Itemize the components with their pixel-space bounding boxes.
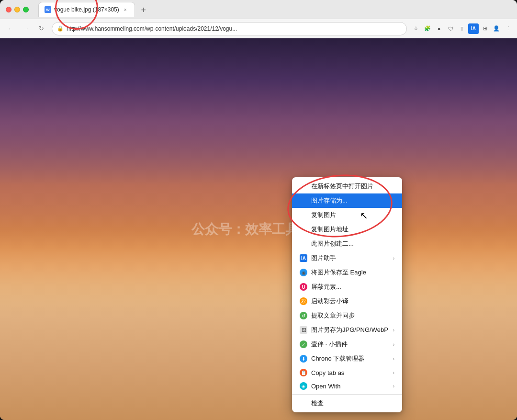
ur-label: 屏蔽元素... — [311, 283, 394, 291]
bookmark-icon[interactable]: ☆ — [411, 23, 421, 34]
back-button[interactable]: ← — [4, 22, 17, 35]
new-tab-button[interactable]: + — [137, 4, 150, 17]
extract-label: 提取文章并同步 — [311, 311, 394, 320]
extract-icon: ↺ — [300, 312, 307, 319]
user-icon[interactable]: 👤 — [491, 23, 502, 34]
page-background: 公众号：效率工具指南 在新标签页中打开图片图片存储为...复制图片复制图片地址此… — [0, 38, 517, 420]
toolbar-icons: ☆ 🧩 ● 🛡 T IA ⊞ 👤 ⋮ — [411, 23, 513, 34]
translate-icon[interactable]: T — [457, 23, 467, 34]
menu-item-extract[interactable]: ↺提取文章并同步 — [292, 308, 402, 323]
yiqi-arrow: › — [393, 342, 394, 347]
menu-item-save-jpg[interactable]: 🖼图片另存为JPG/PNG/WebP› — [292, 323, 402, 337]
content-area: 公众号：效率工具指南 在新标签页中打开图片图片存储为...复制图片复制图片地址此… — [0, 38, 517, 420]
lock-icon: 🔒 — [57, 25, 64, 32]
menu-item-image-helper[interactable]: IA图片助手› — [292, 251, 402, 265]
context-menu: 在新标签页中打开图片图片存储为...复制图片复制图片地址此图片创建二...IA图… — [292, 177, 402, 412]
address-bar[interactable]: 🔒 http://www.hansommeling.com/wp-content… — [52, 22, 407, 35]
chrome-icon[interactable]: ● — [434, 23, 444, 34]
ground-overlay — [0, 248, 517, 420]
extensions-icon[interactable]: 🧩 — [422, 23, 433, 34]
save-jpg-icon: 🖼 — [300, 326, 307, 334]
maximize-button[interactable] — [23, 7, 29, 12]
ur-icon: U — [300, 283, 307, 291]
chrono-label: Chrono 下载管理器 — [311, 354, 389, 363]
yiqi-icon: ✓ — [300, 341, 307, 348]
inspect-icon — [300, 399, 307, 407]
menu-item-yiqi[interactable]: ✓壹伴 · 小插件› — [292, 337, 402, 352]
menu-item-copy-tab[interactable]: 📋Copy tab as› — [292, 366, 402, 379]
save-jpg-label: 图片另存为JPG/PNG/WebP — [311, 326, 389, 334]
tab-title: vogue bike.jpg (187×305) — [54, 6, 119, 13]
ia-toolbar-icon[interactable]: IA — [468, 23, 479, 34]
shield-icon[interactable]: 🛡 — [445, 23, 456, 34]
menu-item-open-with[interactable]: ◈Open With› — [292, 379, 402, 393]
copy-tab-label: Copy tab as — [311, 369, 389, 376]
copy-image-url-label: 复制图片地址 — [311, 225, 394, 234]
eagle-label: 将图片保存至 Eagle — [311, 268, 394, 277]
menu-item-save-image[interactable]: 图片存储为... — [292, 193, 402, 208]
tab-favicon: W — [45, 6, 51, 13]
toolbar: ← → ↻ 🔒 http://www.hansommeling.com/wp-c… — [0, 19, 517, 38]
menu-item-open-in-tab[interactable]: 在新标签页中打开图片 — [292, 179, 402, 193]
image-helper-label: 图片助手 — [311, 254, 389, 262]
forward-button[interactable]: → — [19, 22, 33, 35]
menu-item-copy-image[interactable]: 复制图片 — [292, 208, 402, 222]
save-image-label: 图片存储为... — [311, 196, 394, 205]
copy-image-label: 复制图片 — [311, 211, 394, 219]
tab-bar: W vogue bike.jpg (187×305) × + — [38, 2, 511, 17]
menu-item-eagle[interactable]: ◉将图片保存至 Eagle — [292, 265, 402, 280]
menu-item-inspect[interactable]: 检查 — [292, 396, 402, 410]
open-in-tab-icon — [300, 182, 307, 190]
minimize-button[interactable] — [14, 7, 20, 12]
create-from-image-icon — [300, 240, 307, 248]
tab-close-button[interactable]: × — [122, 6, 129, 13]
more-icon[interactable]: ⋮ — [503, 23, 513, 34]
menu-item-copy-image-url[interactable]: 复制图片地址 — [292, 222, 402, 237]
save-image-icon — [300, 197, 307, 204]
eagle-icon: ◉ — [300, 269, 307, 276]
yiqi-label: 壹伴 · 小插件 — [311, 340, 389, 349]
caiyu-label: 启动彩云小译 — [311, 297, 394, 306]
close-button[interactable] — [6, 7, 11, 12]
open-with-label: Open With — [311, 383, 389, 390]
browser-window: W vogue bike.jpg (187×305) × + ← → ↻ 🔒 h… — [0, 0, 517, 420]
image-helper-icon: IA — [300, 254, 307, 262]
grid-icon[interactable]: ⊞ — [480, 23, 490, 34]
open-with-arrow: › — [393, 384, 394, 389]
copy-tab-icon: 📋 — [300, 369, 307, 376]
menu-divider — [292, 394, 402, 395]
sky-overlay — [0, 38, 517, 248]
menu-item-chrono[interactable]: ⬇Chrono 下载管理器› — [292, 352, 402, 366]
save-jpg-arrow: › — [393, 328, 394, 333]
url-text: http://www.hansommeling.com/wp-content/u… — [67, 25, 402, 32]
menu-item-ur[interactable]: U屏蔽元素... — [292, 280, 402, 294]
title-bar: W vogue bike.jpg (187×305) × + — [0, 0, 517, 19]
menu-item-caiyu[interactable]: 彩启动彩云小译 — [292, 294, 402, 308]
browser-tab[interactable]: W vogue bike.jpg (187×305) × — [38, 2, 135, 17]
traffic-lights — [6, 7, 29, 12]
menu-item-create-from-image[interactable]: 此图片创建二... — [292, 237, 402, 251]
chrono-icon: ⬇ — [300, 355, 307, 363]
create-from-image-label: 此图片创建二... — [311, 239, 394, 248]
image-helper-arrow: › — [393, 256, 394, 261]
copy-image-icon — [300, 211, 307, 219]
chrono-arrow: › — [393, 356, 394, 362]
copy-image-url-icon — [300, 226, 307, 233]
tab-favicon-text: W — [46, 8, 50, 12]
copy-tab-arrow: › — [393, 370, 394, 375]
caiyu-icon: 彩 — [300, 297, 307, 305]
open-with-icon: ◈ — [300, 382, 307, 390]
inspect-label: 检查 — [311, 399, 394, 408]
open-in-tab-label: 在新标签页中打开图片 — [311, 182, 394, 191]
reload-button[interactable]: ↻ — [34, 22, 48, 35]
